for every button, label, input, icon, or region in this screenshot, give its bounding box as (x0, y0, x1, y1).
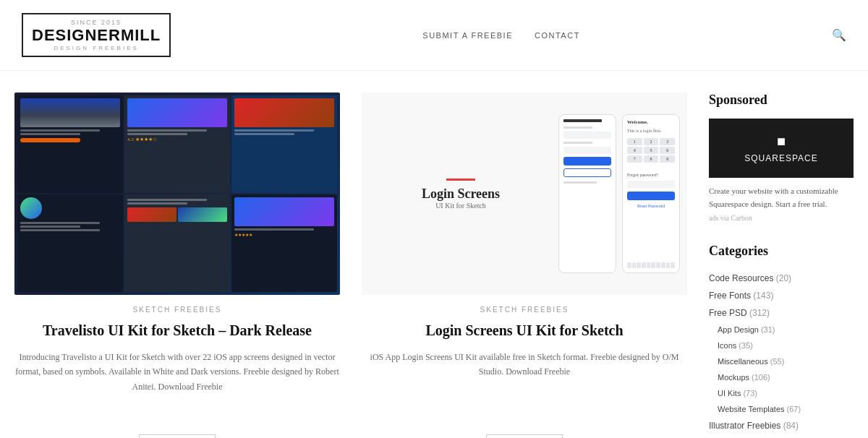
sponsored-heading: Sponsored (709, 93, 854, 108)
categories-heading: Categories (709, 244, 854, 259)
search-icon[interactable]: 🔍 (832, 28, 846, 42)
post-category-2: SKETCH FREEBIES (362, 306, 687, 314)
mock-panel-4 (17, 194, 123, 292)
site-header: SINCE 2015 DESIGNERMILL DESIGN FREEBIES … (0, 0, 868, 71)
category-link[interactable]: Free Fonts (143) (709, 291, 773, 301)
post-card-travelisto: 4.3 ★★★★☆ (14, 93, 340, 438)
read-more-button-1[interactable]: Read more (139, 434, 215, 438)
login-mock-title: Login Screens (422, 186, 500, 202)
post-title-2: Login Screens UI Kit for Sketch (362, 321, 687, 340)
mock-panel-2: 4.3 ★★★★☆ (124, 95, 230, 193)
submit-freebie-link[interactable]: SUBMIT A FREEBIE (422, 31, 513, 40)
category-link[interactable]: Miscellaneous (55) (718, 357, 784, 366)
category-item[interactable]: Mockups (106) (709, 369, 854, 385)
mock-panel-5 (124, 194, 230, 292)
category-count: (84) (783, 421, 799, 431)
category-link[interactable]: Mockups (106) (718, 373, 770, 382)
category-count: (55) (770, 357, 785, 366)
post-category-1: SKETCH FREEBIES (14, 306, 340, 314)
category-count: (143) (753, 291, 773, 301)
post-title-1: Travelisto UI Kit for Sketch – Dark Rele… (14, 321, 340, 340)
login-phone-2: Welcome. This is a login flow. 1 2 3 4 5… (622, 114, 680, 273)
category-list: Code Resources (20)Free Fonts (143)Free … (709, 270, 854, 434)
mock-panel-6: ★★★★★ (231, 194, 337, 292)
logo-since: SINCE 2015 (32, 19, 161, 26)
mock-panel-1 (17, 95, 123, 193)
main-nav: SUBMIT A FREEBIE CONTACT (422, 31, 580, 40)
post-image-login: Login Screens UI Kit for Sketch (362, 93, 687, 295)
login-mock-subtitle: UI Kit for Sketch (435, 202, 486, 210)
logo-name: DESIGNERMILL (32, 26, 161, 45)
login-mockup: Login Screens UI Kit for Sketch (362, 93, 687, 295)
category-item[interactable]: Illustrator Freebies (84) (709, 417, 854, 434)
category-link[interactable]: Free PSD (312) (709, 308, 770, 318)
category-item[interactable]: Website Templates (67) (709, 401, 854, 417)
category-count: (35) (739, 341, 753, 350)
category-link[interactable]: UI Kits (73) (718, 389, 757, 398)
category-count: (73) (743, 389, 757, 398)
category-link[interactable]: Website Templates (67) (718, 405, 801, 413)
main-container: 4.3 ★★★★☆ (0, 71, 868, 438)
logo[interactable]: SINCE 2015 DESIGNERMILL DESIGN FREEBIES (22, 13, 171, 57)
login-center-text: Login Screens UI Kit for Sketch (369, 179, 553, 210)
category-item[interactable]: Code Resources (20) (709, 270, 854, 287)
post-excerpt-2: iOS App Login Screens UI Kit available f… (362, 350, 687, 420)
category-item[interactable]: Free Fonts (143) (709, 287, 854, 304)
travelisto-mockup: 4.3 ★★★★☆ (14, 93, 340, 295)
category-item[interactable]: Miscellaneous (55) (709, 353, 854, 369)
mock-panel-3 (231, 95, 337, 193)
squarespace-logo: SQUARESPACE (723, 153, 839, 163)
category-link[interactable]: Illustrator Freebies (84) (709, 421, 799, 431)
post-card-login: Login Screens UI Kit for Sketch (362, 93, 687, 438)
category-count: (312) (749, 308, 770, 318)
category-count: (106) (752, 373, 770, 382)
category-count: (20) (776, 273, 791, 283)
sidebar-sponsored-section: Sponsored ■ SQUARESPACE Create your webs… (709, 93, 854, 222)
category-link[interactable]: Code Resources (20) (709, 273, 791, 283)
sponsor-description: Create your website with a customizable … (709, 185, 854, 210)
category-count: (67) (787, 405, 801, 413)
category-link[interactable]: Icons (35) (718, 341, 753, 350)
category-item[interactable]: UI Kits (73) (709, 385, 854, 401)
contact-link[interactable]: CONTACT (535, 31, 580, 40)
category-link[interactable]: App Design (31) (718, 325, 775, 334)
squarespace-icon: ■ (723, 133, 839, 150)
read-more-button-2[interactable]: Read more (486, 434, 562, 438)
post-excerpt-1: Introducing Travelisto a UI Kit for Sket… (14, 350, 340, 420)
post-image-travelisto: 4.3 ★★★★☆ (14, 93, 340, 295)
category-item[interactable]: App Design (31) (709, 322, 854, 338)
sidebar: Sponsored ■ SQUARESPACE Create your webs… (709, 93, 854, 438)
category-count: (31) (761, 325, 775, 334)
category-item[interactable]: Free PSD (312) (709, 304, 854, 322)
sponsor-box[interactable]: ■ SQUARESPACE (709, 119, 854, 178)
logo-sub: DESIGN FREEBIES (32, 45, 161, 51)
posts-area: 4.3 ★★★★☆ (14, 93, 687, 438)
sponsor-ads-label: ads via Carbon (709, 214, 854, 222)
login-red-line (446, 179, 475, 181)
login-phone-1 (558, 114, 616, 273)
sidebar-categories-section: Categories Code Resources (20)Free Fonts… (709, 244, 854, 434)
category-item[interactable]: Icons (35) (709, 338, 854, 353)
